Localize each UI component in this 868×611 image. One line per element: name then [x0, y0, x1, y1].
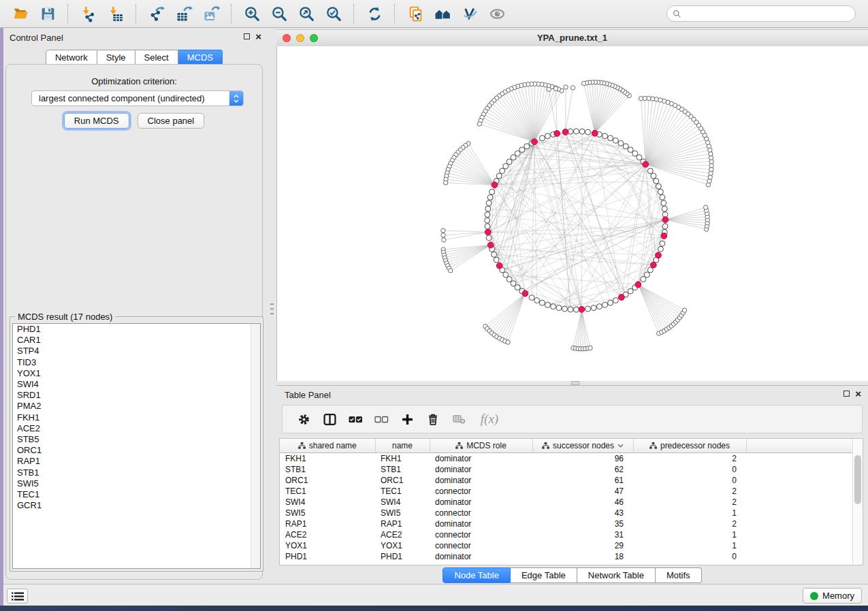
table-panel-header: Table Panel ×	[276, 386, 868, 403]
column-header-shared-name[interactable]: shared name	[280, 439, 375, 453]
mcds-hub-node	[554, 131, 560, 137]
mcds-result-item[interactable]: RAP1	[13, 456, 260, 467]
search-input[interactable]	[686, 8, 850, 19]
clone-network-button[interactable]	[404, 3, 427, 24]
table-row[interactable]: PHD1PHD1dominator180	[280, 551, 863, 562]
export-table-icon	[176, 5, 193, 22]
mcds-result-item[interactable]: GCR1	[13, 500, 260, 511]
mcds-result-item[interactable]: PMA2	[13, 401, 260, 412]
import-table-icon	[108, 5, 125, 22]
eye-icon	[489, 5, 506, 22]
mcds-result-item[interactable]: ACE2	[13, 423, 260, 434]
import-network-button[interactable]	[77, 3, 100, 24]
zoom-out-icon	[271, 5, 288, 22]
zoom-selected-button[interactable]	[322, 3, 345, 24]
split-view-icon	[323, 413, 336, 426]
split-table-view-button[interactable]	[317, 408, 342, 431]
mcds-hub-node	[656, 252, 662, 259]
save-icon	[39, 5, 57, 22]
zoom-in-button[interactable]	[240, 3, 263, 24]
mcds-result-item[interactable]: YOX1	[13, 368, 260, 379]
mcds-result-item[interactable]: SWI5	[13, 478, 260, 489]
table-row[interactable]: SWI4SWI4dominator462	[280, 497, 863, 508]
table-scrollbar[interactable]	[852, 439, 863, 565]
style-brush-icon	[462, 5, 479, 22]
mcds-result-list[interactable]: PHD1CAR1STP4TID3YOX1SWI4SRD1PMA2FKH1ACE2…	[12, 323, 261, 569]
float-panel-button[interactable]	[244, 33, 250, 39]
mcds-result-item[interactable]: SWI4	[13, 379, 260, 390]
open-file-icon	[12, 5, 29, 22]
tab-network-table[interactable]: Network Table	[577, 567, 656, 583]
show-hide-panels-button[interactable]	[431, 3, 454, 24]
mcds-result-item[interactable]: PHD1	[13, 324, 260, 335]
tab-edge-table[interactable]: Edge Table	[511, 567, 577, 583]
export-image-button[interactable]	[199, 3, 223, 24]
network-title: YPA_prune.txt_1	[276, 33, 868, 43]
desktop-wallpaper-strip	[0, 28, 3, 606]
table-settings-button[interactable]	[291, 408, 317, 431]
table-row[interactable]: YOX1YOX1connector291	[280, 540, 863, 551]
tab-select[interactable]: Select	[135, 50, 178, 65]
network-canvas[interactable]	[276, 46, 868, 381]
table-row[interactable]: TEC1TEC1connector472	[280, 486, 863, 497]
mcds-result-item[interactable]: STP4	[13, 346, 260, 357]
tab-style[interactable]: Style	[97, 50, 135, 65]
close-panel-button[interactable]: ×	[255, 33, 261, 40]
tab-mcds[interactable]: MCDS	[178, 50, 223, 65]
table-row[interactable]: ACE2ACE2connector311	[280, 529, 863, 540]
tab-network[interactable]: Network	[46, 50, 97, 65]
zoom-out-button[interactable]	[268, 3, 291, 24]
add-column-button[interactable]	[394, 408, 420, 431]
run-mcds-button[interactable]: Run MCDS	[64, 113, 129, 129]
zoom-fit-button[interactable]	[295, 3, 318, 24]
mcds-result-item[interactable]: SRD1	[13, 390, 260, 401]
close-mcds-panel-button[interactable]: Close panel	[138, 113, 205, 129]
select-all-button[interactable]	[342, 408, 368, 431]
clone-network-icon	[407, 5, 424, 22]
show-graphics-details-button[interactable]	[485, 3, 509, 24]
export-network-icon	[148, 5, 165, 22]
memory-label: Memory	[822, 591, 854, 601]
table-row[interactable]: SWI5SWI5connector431	[280, 508, 863, 518]
tab-motifs[interactable]: Motifs	[656, 567, 702, 583]
vertical-splitter[interactable]	[268, 29, 276, 584]
list-scrollbar[interactable]	[251, 324, 260, 568]
column-header-predecessor-nodes[interactable]: predecessor nodes	[633, 439, 746, 453]
control-panel: Control Panel × NetworkStyleSelectMCDS O…	[0, 29, 268, 584]
table-row[interactable]: FKH1FKH1dominator962	[280, 453, 863, 465]
table-row[interactable]: ORC1ORC1dominator610	[280, 475, 863, 486]
export-network-button[interactable]	[145, 3, 168, 24]
mcds-result-item[interactable]: STB5	[13, 434, 260, 445]
status-menu-button[interactable]	[7, 589, 28, 604]
mcds-hub-node	[496, 263, 502, 269]
scrollbar-thumb[interactable]	[854, 455, 861, 504]
close-panel-button[interactable]: ×	[855, 390, 861, 397]
export-table-button[interactable]	[172, 3, 195, 24]
delete-column-button[interactable]	[420, 408, 446, 431]
mcds-hub-node	[619, 294, 625, 300]
column-header-successor-nodes[interactable]: successor nodes	[532, 439, 633, 453]
mcds-result-item[interactable]: STB1	[13, 467, 260, 478]
column-header-name[interactable]: name	[375, 439, 430, 453]
mcds-result-item[interactable]: TEC1	[13, 489, 260, 500]
table-row[interactable]: STB1STB1dominator620	[280, 464, 863, 475]
refresh-view-button[interactable]	[363, 3, 386, 24]
mcds-result-item[interactable]: ORC1	[13, 445, 260, 456]
import-table-button[interactable]	[104, 3, 127, 24]
open-file-button[interactable]	[9, 3, 32, 24]
table-row[interactable]: RAP1RAP1dominator352	[280, 518, 863, 529]
deselect-all-button[interactable]	[368, 408, 394, 431]
mcds-result-item[interactable]: TID3	[13, 357, 260, 368]
mcds-result-title: MCDS result (17 nodes)	[15, 312, 115, 322]
network-graph[interactable]	[277, 46, 868, 381]
float-panel-button[interactable]	[843, 391, 850, 397]
apply-visual-style-button[interactable]	[458, 3, 481, 24]
column-header-MCDS-role[interactable]: MCDS role	[430, 439, 532, 453]
save-session-button[interactable]	[36, 3, 59, 24]
memory-button[interactable]: Memory	[803, 588, 862, 604]
mcds-result-item[interactable]: FKH1	[13, 412, 260, 423]
tab-node-table[interactable]: Node Table	[443, 567, 511, 583]
criterion-dropdown[interactable]: largest connected component (undirected)	[31, 90, 244, 106]
mcds-result-item[interactable]: CAR1	[13, 335, 260, 346]
mcds-hub-node	[492, 182, 498, 188]
